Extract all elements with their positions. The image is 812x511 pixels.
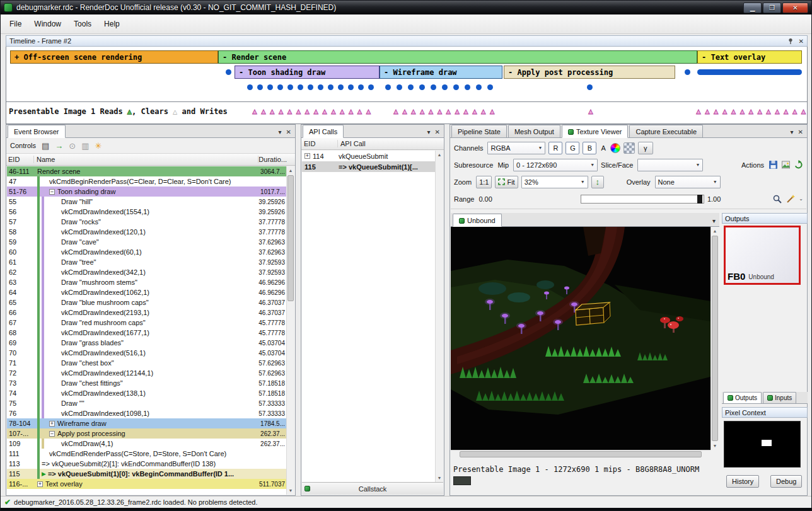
event-row-68[interactable]: 68vkCmdDrawIndexed(1677,1)45.77778 <box>7 328 286 338</box>
event-browser-column-headers[interactable]: EID Name Duratio... <box>6 154 295 166</box>
draw-marker-dot[interactable] <box>587 84 593 90</box>
draw-marker-dot[interactable] <box>298 84 303 90</box>
write-marker-triangles[interactable]: ▲▲▲▲▲▲▲▲▲▲▲▲▲▲ <box>251 107 373 116</box>
event-row-46-111[interactable]: 46-111Render scene3064.7... <box>7 166 286 176</box>
channel-blue-button[interactable]: B <box>583 142 596 154</box>
event-row-111[interactable]: 111vkCmdEndRenderPass(C=Store, D=Store, … <box>7 449 286 459</box>
event-row-115[interactable]: 115▶=> vkQueueSubmit(1)[0]: vkBeginComma… <box>7 469 286 479</box>
column-eid[interactable]: EID <box>6 156 34 163</box>
callstack-bar[interactable]: Callstack <box>302 482 443 495</box>
expander-icon[interactable]: − <box>49 431 55 437</box>
checkerboard-background-icon[interactable] <box>624 142 635 154</box>
zoom-1to1-button[interactable]: 1:1 <box>476 176 492 188</box>
draw-marker-dot[interactable] <box>453 84 459 90</box>
event-row-63[interactable]: 63Draw "mushroom stems"46.96296 <box>7 277 286 287</box>
maximize-button[interactable]: ❐ <box>763 3 781 13</box>
draw-marker-dot[interactable] <box>277 84 283 90</box>
event-row-61[interactable]: 61Draw "tree"37.92593 <box>7 257 286 267</box>
api-calls-close-icon[interactable]: ✕ <box>435 129 440 135</box>
minimize-button[interactable]: ▁ <box>743 3 762 13</box>
stats-icon[interactable]: ▥ <box>81 142 89 150</box>
draw-marker-dot[interactable] <box>328 84 334 90</box>
autofit-wand-icon[interactable] <box>786 194 796 204</box>
draw-marker-dot[interactable] <box>287 84 293 90</box>
tab-event-browser[interactable]: Event Browser <box>8 125 66 138</box>
texture-list-dropdown-icon[interactable]: ▾ <box>712 217 716 224</box>
event-row-76[interactable]: 76vkCmdDrawIndexed(1098,1)57.33333 <box>7 408 286 418</box>
event-row-64[interactable]: 64vkCmdDrawIndexed(1062,1)46.96296 <box>7 287 286 297</box>
draw-marker-dot[interactable] <box>685 69 690 75</box>
draw-marker-dot[interactable] <box>368 84 374 90</box>
tab-pipeline-state[interactable]: Pipeline State <box>451 125 507 137</box>
menu-tools[interactable]: Tools <box>67 17 98 31</box>
overlay-select[interactable]: None▼ <box>655 176 721 188</box>
event-browser-scrollbar[interactable]: ▲ ▼ <box>286 166 294 495</box>
event-browser-close-icon[interactable]: ✕ <box>286 129 291 135</box>
event-row-69[interactable]: 69Draw "grass blades"45.03704 <box>7 338 286 348</box>
api-calls-scrollbar[interactable]: ▲ ▼ <box>435 151 443 482</box>
range-options-icon[interactable]: ⌄ <box>799 196 803 202</box>
draw-marker-dot[interactable] <box>226 69 231 75</box>
draw-marker-dot[interactable] <box>465 84 470 90</box>
range-slider-handle[interactable] <box>697 195 702 204</box>
event-row-62[interactable]: 62vkCmdDrawIndexed(342,1)37.92593 <box>7 267 286 277</box>
expander-icon[interactable]: − <box>49 189 55 195</box>
scroll-up-icon[interactable]: ▲ <box>287 166 294 175</box>
title-bar[interactable]: debugmarker.rdc - RenderDoc Unofficial r… <box>1 1 811 14</box>
draw-marker-dot[interactable] <box>338 84 344 90</box>
event-browser-menu-icon[interactable]: ▾ <box>279 129 282 135</box>
event-row-116-...[interactable]: 116-...+Text overlay511.7037 <box>7 479 286 489</box>
timeline-close-icon[interactable]: ✕ <box>799 38 804 45</box>
draw-marker-dot[interactable] <box>397 84 402 90</box>
api-call-row-114[interactable]: +114vkQueueSubmit <box>302 151 435 161</box>
column-name[interactable]: Name <box>34 156 258 163</box>
event-row-70[interactable]: 70vkCmdDrawIndexed(516,1)45.03704 <box>7 348 286 358</box>
scroll-up-icon[interactable]: ▲ <box>436 151 443 159</box>
event-row-57[interactable]: 57Draw "rocks"37.77778 <box>7 217 286 227</box>
write-marker-triangles[interactable]: ▲▲▲▲▲▲▲▲▲▲▲▲▲ <box>695 107 808 116</box>
browse-icon[interactable]: ▤ <box>42 142 49 150</box>
menu-window[interactable]: Window <box>28 17 67 31</box>
expander-icon[interactable]: + <box>37 481 43 487</box>
scrollbar-thumb[interactable] <box>460 451 702 457</box>
gamma-button[interactable]: γ <box>638 142 653 154</box>
slice-face-select[interactable]: ▼ <box>637 159 703 171</box>
tab-inputs[interactable]: Inputs <box>763 392 796 403</box>
scroll-down-icon[interactable]: ▼ <box>711 442 719 450</box>
scroll-down-icon[interactable]: ▼ <box>436 474 443 482</box>
timeline-bar-toon[interactable]: - Toon shading draw <box>235 66 380 79</box>
draw-marker-dot[interactable] <box>308 84 313 90</box>
channel-alpha-button[interactable]: A <box>600 144 606 152</box>
texture-border-color-swatch[interactable] <box>453 476 471 485</box>
time-draws-icon[interactable]: ⊙ <box>69 142 76 150</box>
column-eid[interactable]: EID <box>301 140 338 147</box>
export-image-icon[interactable] <box>781 160 791 169</box>
draw-marker-dot[interactable] <box>257 84 263 90</box>
tab-unbound-texture[interactable]: Unbound <box>453 214 502 227</box>
debug-button[interactable]: Debug <box>770 475 802 488</box>
draw-marker-dot[interactable] <box>476 84 482 90</box>
column-duration[interactable]: Duratio... <box>258 156 295 163</box>
event-row-58[interactable]: 58vkCmdDrawIndexed(120,1)37.77778 <box>7 227 286 237</box>
event-row-113[interactable]: 113=> vkQueueSubmit(2)[1]: vkEndCommandB… <box>7 459 286 469</box>
timeline-bar-render-scene[interactable]: - Render scene <box>218 50 697 64</box>
timeline-bar-offscreen[interactable]: + Off-screen scene rendering <box>10 50 218 64</box>
timeline-text-overlay-marker[interactable] <box>697 69 802 75</box>
mip-select[interactable]: 0 - 1272x690▼ <box>513 159 598 171</box>
channels-select[interactable]: RGBA▼ <box>487 142 545 154</box>
write-marker-triangles[interactable]: ▲ <box>587 107 596 116</box>
api-calls-column-headers[interactable]: EID API Call <box>301 138 444 150</box>
draw-marker-dot[interactable] <box>487 84 493 90</box>
event-row-67[interactable]: 67Draw "red mushroom caps"45.77778 <box>7 318 286 328</box>
channel-red-button[interactable]: R <box>548 142 562 154</box>
zoom-range-icon[interactable] <box>772 194 782 204</box>
menu-file[interactable]: File <box>3 17 28 31</box>
timeline-body[interactable]: + Off-screen scene rendering - Render sc… <box>6 47 808 124</box>
close-button[interactable]: ✕ <box>782 3 808 13</box>
fb0-thumbnail[interactable]: FB0 Unbound <box>724 226 801 285</box>
tab-outputs[interactable]: Outputs <box>723 392 762 403</box>
texture-display[interactable] <box>451 227 710 450</box>
event-row-47[interactable]: 47vkCmdBeginRenderPass(C=Clear, D=Clear,… <box>7 176 286 187</box>
history-button[interactable]: History <box>726 475 759 488</box>
event-row-78-104[interactable]: 78-104+Wireframe draw1784.5... <box>7 418 286 428</box>
